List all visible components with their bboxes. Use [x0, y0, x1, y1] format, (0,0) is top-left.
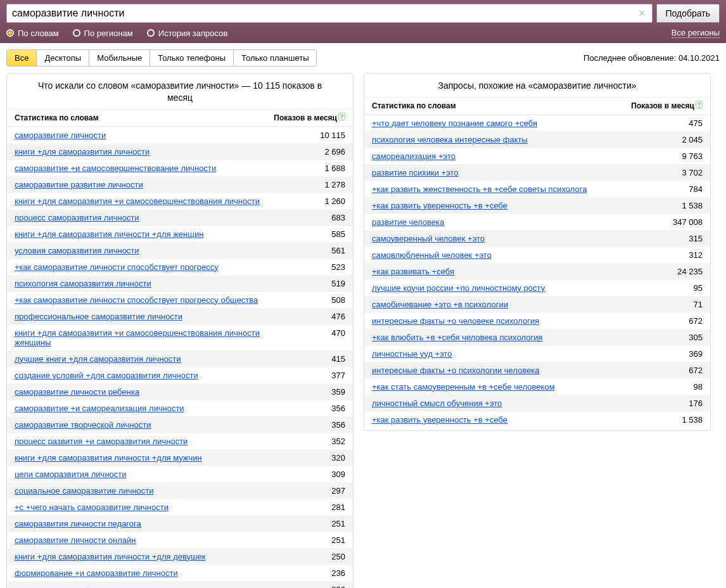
query-link[interactable]: самовлюбленный человек +это [372, 250, 492, 260]
query-link[interactable]: процесс развития +и саморазвития личност… [15, 437, 188, 446]
shows-cell: 1 688 [290, 160, 353, 176]
query-link[interactable]: саморазвитие +и самосовершенствование ли… [15, 163, 216, 173]
query-link[interactable]: условия развития +и саморазвития личност… [15, 585, 188, 588]
right-panel: Запросы, похожие на «саморазвитие личнос… [364, 73, 711, 431]
shows-cell: 251 [290, 515, 353, 532]
query-link[interactable]: создание условий +для саморазвития лично… [15, 371, 198, 380]
radio-history[interactable]: История запросов [147, 29, 228, 38]
query-cell: самореализация +это [364, 148, 647, 164]
query-link[interactable]: книги +для саморазвития личности [15, 147, 150, 157]
device-tab[interactable]: Все [7, 50, 37, 66]
table-row: формирование +и саморазвитие личности236 [7, 565, 353, 581]
query-link[interactable]: цели саморазвития личности [15, 470, 127, 479]
query-cell: психология человека интересные факты [364, 131, 647, 148]
query-link[interactable]: книги +для саморазвития +и самосовершенс… [15, 328, 260, 347]
query-cell: формирование +и саморазвитие личности [7, 565, 290, 581]
query-link[interactable]: личностные ууд +это [372, 349, 452, 359]
query-link[interactable]: +как развивать +себя [372, 267, 454, 276]
table-row: +с +чего начать саморазвитие личности281 [7, 499, 353, 515]
shows-cell: 377 [290, 367, 353, 383]
query-link[interactable]: самоуверенный человек +это [372, 234, 485, 243]
query-link[interactable]: книги +для саморазвития личности +для же… [15, 229, 203, 239]
table-row: психология человека интересные факты2 04… [364, 131, 710, 148]
shows-cell: 10 115 [290, 127, 353, 143]
query-cell: саморазвитие личности [7, 127, 290, 143]
query-link[interactable]: лучшие коучи россии +по личностному рост… [372, 283, 545, 293]
shows-cell: 2 045 [647, 131, 710, 148]
pick-button[interactable]: Подобрать [656, 4, 720, 23]
query-link[interactable]: формирование +и саморазвитие личности [15, 568, 178, 578]
query-link[interactable]: саморазвития личности педагога [15, 519, 141, 528]
query-link[interactable]: саморазвитие личности [15, 131, 106, 140]
query-link[interactable]: +как развить уверенность +в +себе [372, 415, 507, 425]
help-icon[interactable]: ? [338, 113, 345, 120]
shows-cell: 356 [290, 400, 353, 416]
search-box[interactable]: × [6, 4, 653, 23]
query-link[interactable]: психология человека интересные факты [372, 135, 528, 144]
query-link[interactable]: книги +для саморазвития +и самосовершенс… [15, 196, 260, 206]
query-link[interactable]: саморазвитие +и самореализация личности [15, 404, 184, 413]
table-row: книги +для саморазвития личности2 696 [7, 143, 353, 160]
shows-cell: 356 [290, 416, 353, 433]
device-tab[interactable]: Только планшеты [234, 50, 316, 66]
search-input[interactable] [11, 7, 636, 20]
query-link[interactable]: +с +чего начать саморазвитие личности [15, 502, 169, 512]
shows-cell: 312 [647, 246, 710, 263]
table-row: личностные ууд +это369 [364, 345, 710, 362]
radio-by-regions[interactable]: По регионам [73, 29, 133, 38]
shows-cell: 585 [290, 226, 353, 242]
query-link[interactable]: саморазвитие личности ребенка [15, 387, 139, 397]
shows-cell: 3 702 [647, 164, 710, 181]
query-link[interactable]: +как развить женственность +в +себе сове… [372, 184, 587, 194]
col-header-stats: Статистика по словам [372, 101, 456, 110]
shows-cell: 1 538 [647, 197, 710, 214]
query-link[interactable]: развитие психики +это [372, 168, 459, 177]
radio-by-words[interactable]: По словам [6, 29, 59, 38]
query-link[interactable]: личностный смысл обучения +это [372, 399, 502, 408]
query-link[interactable]: саморазвитие личности онлайн [15, 535, 136, 545]
query-link[interactable]: +как развить уверенность +в +себе [372, 201, 507, 210]
query-link[interactable]: профессиональное саморазвитие личности [15, 312, 182, 321]
query-link[interactable]: условия саморазвития личности [15, 246, 139, 255]
query-link[interactable]: интересные факты +о психологии человека [372, 366, 540, 375]
radio-icon [6, 29, 14, 37]
shows-cell: 519 [290, 275, 353, 291]
shows-cell: 369 [647, 345, 710, 362]
query-link[interactable]: +как саморазвитие личности способствует … [15, 295, 258, 305]
query-link[interactable]: саморазвитие творческой личности [15, 420, 151, 430]
query-link[interactable]: развитие человека [372, 217, 444, 227]
device-tab[interactable]: Мобильные [89, 50, 150, 66]
table-row: создание условий +для саморазвития лично… [7, 367, 353, 383]
shows-cell: 352 [290, 433, 353, 449]
last-update-label: Последнее обновление: 04.10.2021 [583, 53, 720, 63]
all-regions-link[interactable]: Все регионы [672, 28, 720, 38]
query-link[interactable]: +как влюбить +в +себя человека психологи… [372, 333, 543, 342]
query-link[interactable]: +как саморазвитие личности способствует … [15, 262, 219, 272]
query-link[interactable]: +что дает человеку познание самого +себя [372, 118, 537, 128]
query-link[interactable]: книги +для саморазвития личности +для де… [15, 552, 205, 561]
query-link[interactable]: самобичевание +это +в психологии [372, 300, 508, 309]
left-table-body: саморазвитие личности10 115книги +для са… [7, 127, 353, 588]
table-row: интересные факты +о психологии человека6… [364, 362, 710, 378]
shows-cell: 236 [290, 581, 353, 588]
query-link[interactable]: саморазвитие развитие личности [15, 180, 143, 189]
query-link[interactable]: самореализация +это [372, 151, 455, 161]
device-tab[interactable]: Только телефоны [150, 50, 234, 66]
col-header-shows: Показов в месяц? [631, 101, 703, 110]
query-cell: +как развить женственность +в +себе сове… [364, 181, 647, 197]
table-row: саморазвитие +и самосовершенствование ли… [7, 160, 353, 176]
help-icon[interactable]: ? [696, 101, 703, 108]
query-link[interactable]: процесс саморазвития личности [15, 213, 139, 222]
clear-icon[interactable]: × [636, 8, 648, 19]
query-link[interactable]: +как стать самоуверенным +в +себе челове… [372, 382, 555, 392]
device-tab[interactable]: Десктопы [37, 50, 89, 66]
shows-cell: 470 [290, 324, 353, 350]
query-link[interactable]: интересные факты +о человеке психология [372, 316, 539, 326]
shows-cell: 1 278 [290, 176, 353, 193]
query-link[interactable]: социальное саморазвитие личности [15, 486, 154, 495]
shows-cell: 305 [647, 329, 710, 345]
table-row: +как развить уверенность +в +себе1 538 [364, 197, 710, 214]
query-link[interactable]: психология саморазвития личности [15, 279, 151, 288]
query-link[interactable]: книги +для саморазвития личности +для му… [15, 453, 202, 463]
query-link[interactable]: лучшие книги +для саморазвития личности [15, 354, 181, 364]
